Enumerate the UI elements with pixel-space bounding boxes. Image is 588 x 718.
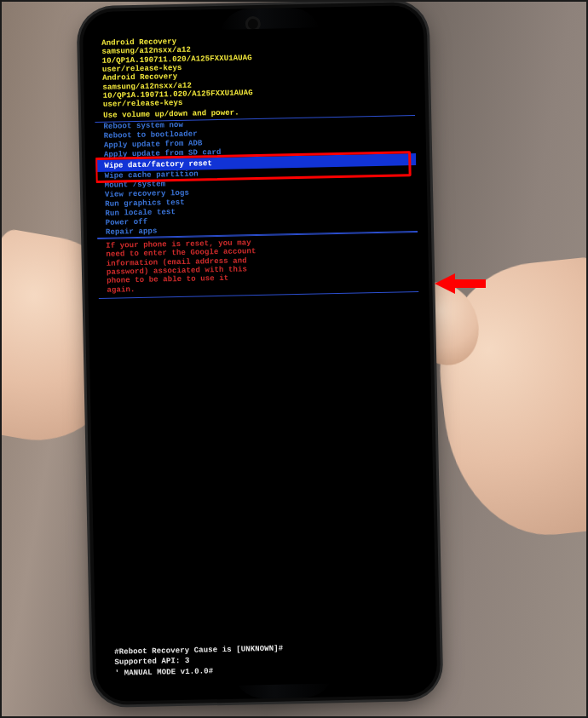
- recovery-footer: #Reboot Recovery Cause is [UNKNOWN]# Sup…: [114, 640, 418, 677]
- phone-frame: Android Recoverysamsung/a12nsxx/a1210/QP…: [83, 5, 438, 702]
- recovery-header: Android Recoverysamsung/a12nsxx/a1210/QP…: [93, 26, 415, 112]
- recovery-menu[interactable]: Reboot system nowReboot to bootloaderApp…: [95, 115, 418, 238]
- front-camera-notch: [248, 19, 258, 29]
- recovery-screen: Android Recoverysamsung/a12nsxx/a1210/QP…: [93, 26, 427, 688]
- right-hand: [429, 256, 588, 544]
- scene: Android Recoverysamsung/a12nsxx/a1210/QP…: [0, 0, 588, 718]
- frp-warning: If your phone is reset, you may need to …: [97, 232, 418, 299]
